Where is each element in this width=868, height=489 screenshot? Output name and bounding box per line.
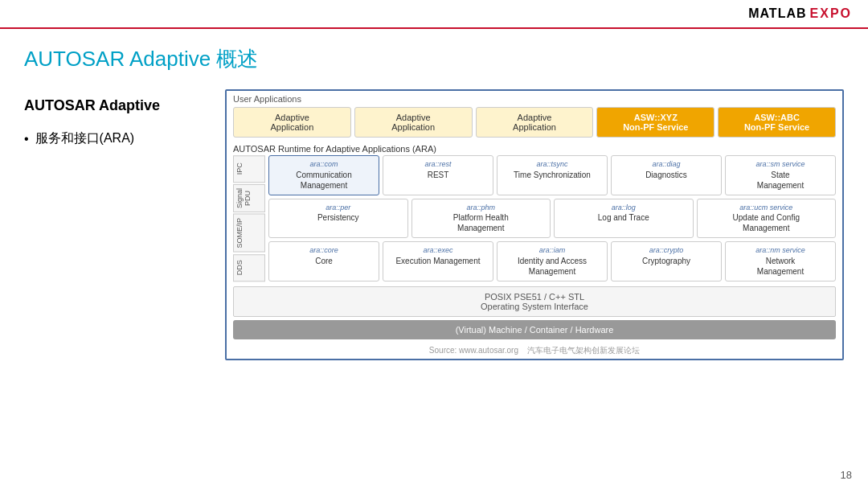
vm-bar: (Virtual) Machine / Container / Hardware [233, 320, 836, 339]
service-ara-iam-label: Identity and AccessManagement [500, 256, 604, 277]
matlab-text: MATLAB [748, 6, 806, 21]
page-title: AUTOSAR Adaptive 概述 [24, 45, 844, 73]
service-row-3: ara::core Core ara::exec Execution Manag… [268, 241, 836, 281]
service-ara-crypto: ara::crypto Cryptography [611, 241, 722, 281]
service-ara-core-label: Core [272, 256, 376, 266]
matlab-expo-logo: MATLAB EXPO [748, 6, 852, 21]
service-ara-tsync-name: ara::tsync [500, 160, 604, 170]
service-ara-phm: ara::phm Platform HealthManagement [411, 199, 551, 239]
service-ara-log: ara::log Log and Trace [554, 199, 694, 239]
bullet-text: 服务和接口(ARA) [35, 130, 135, 147]
service-ara-phm-label: Platform HealthManagement [415, 212, 548, 233]
source-label: Source: www.autosar.org [429, 346, 518, 355]
os-interface: POSIX PSE51 / C++ STL Operating System I… [233, 286, 836, 317]
service-ara-nm: ara::nm service NetworkManagement [725, 241, 836, 281]
service-ara-log-name: ara::log [557, 203, 690, 213]
service-row-1: ara::com CommunicationManagement ara::re… [268, 155, 836, 195]
autosar-diagram: User Applications AdaptiveApplication Ad… [225, 89, 844, 360]
page-content: AUTOSAR Adaptive 概述 AUTOSAR Adaptive • 服… [0, 29, 868, 489]
vert-dds: DDS [233, 254, 265, 281]
os-interface-line2: Operating System Interface [481, 302, 588, 311]
bullet-symbol: • [24, 132, 29, 146]
service-ara-ucm-name: ara::ucm service [700, 203, 833, 213]
service-ara-ucm-label: Update and ConfigManagement [700, 212, 833, 233]
service-ara-sm: ara::sm service StateManagement [725, 155, 836, 195]
bullet-item: • 服务和接口(ARA) [24, 130, 201, 147]
service-ara-diag: ara::diag Diagnostics [611, 155, 722, 195]
app-box-4: ASW::XYZNon-PF Service [596, 107, 714, 138]
page-number: 18 [841, 469, 852, 481]
service-ara-exec-label: Execution Management [386, 256, 490, 266]
service-ara-per-label: Persistency [272, 212, 405, 223]
footer-label: 汽车电子电气架构创新发展论坛 [527, 346, 640, 355]
service-ara-diag-name: ara::diag [614, 160, 719, 170]
service-ara-sm-label: StateManagement [728, 170, 833, 191]
service-row-2: ara::per Persistency ara::phm Platform H… [268, 199, 836, 239]
service-ara-rest: ara::rest REST [383, 155, 493, 195]
app-box-2: AdaptiveApplication [354, 107, 473, 138]
service-ara-crypto-name: ara::crypto [614, 246, 719, 256]
left-panel: AUTOSAR Adaptive • 服务和接口(ARA) [24, 89, 201, 147]
vert-someip: SOME/IP [233, 214, 265, 253]
service-ara-per: ara::per Persistency [268, 199, 408, 239]
left-heading: AUTOSAR Adaptive [24, 97, 201, 114]
apps-row: AdaptiveApplication AdaptiveApplication … [227, 104, 842, 141]
service-ara-iam: ara::iam Identity and AccessManagement [497, 241, 608, 281]
vert-signal: Signal PDU [233, 184, 265, 212]
service-ara-phm-name: ara::phm [415, 203, 548, 213]
source-text: Source: www.autosar.org 汽车电子电气架构创新发展论坛 [227, 343, 842, 359]
service-ara-ucm: ara::ucm service Update and ConfigManage… [697, 199, 837, 239]
app-box-3: AdaptiveApplication [476, 107, 594, 138]
ara-label: AUTOSAR Runtime for Adaptive Application… [227, 141, 842, 155]
service-ara-nm-name: ara::nm service [728, 246, 833, 256]
service-ara-exec-name: ara::exec [386, 246, 490, 256]
top-bar: MATLAB EXPO [0, 0, 868, 29]
service-ara-core: ara::core Core [268, 241, 379, 281]
user-apps-header: User Applications [227, 91, 842, 104]
service-ara-diag-label: Diagnostics [614, 170, 719, 180]
service-ara-nm-label: NetworkManagement [728, 256, 833, 277]
service-ara-tsync: ara::tsync Time Synchronization [497, 155, 608, 195]
service-ara-log-label: Log and Trace [557, 212, 690, 223]
os-interface-line1: POSIX PSE51 / C++ STL [485, 292, 584, 302]
main-layout: AUTOSAR Adaptive • 服务和接口(ARA) User Appli… [24, 89, 844, 360]
service-ara-tsync-label: Time Synchronization [500, 170, 604, 180]
service-ara-rest-name: ara::rest [386, 160, 490, 170]
service-ara-com-label: CommunicationManagement [272, 170, 376, 191]
service-ara-iam-name: ara::iam [500, 246, 604, 256]
vertical-labels: IPC Signal PDU SOME/IP DDS [233, 155, 265, 281]
service-ara-com-name: ara::com [272, 160, 376, 170]
service-grid: ara::com CommunicationManagement ara::re… [268, 155, 836, 281]
app-box-1: AdaptiveApplication [233, 107, 351, 138]
service-ara-crypto-label: Cryptography [614, 256, 719, 266]
service-ara-per-name: ara::per [272, 203, 405, 213]
service-ara-sm-name: ara::sm service [728, 160, 833, 170]
app-box-5: ASW::ABCNon-PF Service [718, 107, 836, 138]
expo-text: EXPO [810, 6, 852, 21]
vert-ipc: IPC [233, 155, 265, 183]
service-ara-exec: ara::exec Execution Management [383, 241, 493, 281]
service-ara-core-name: ara::core [272, 246, 376, 256]
service-ara-com: ara::com CommunicationManagement [268, 155, 379, 195]
services-area: IPC Signal PDU SOME/IP DDS ara::com Comm… [227, 155, 842, 285]
service-ara-rest-label: REST [386, 170, 490, 180]
